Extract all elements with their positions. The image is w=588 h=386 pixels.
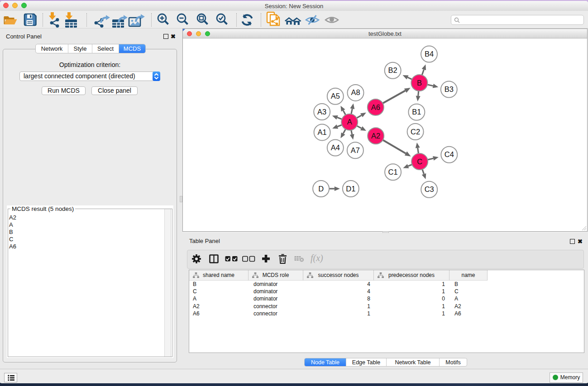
svg-text:D1: D1 (346, 185, 355, 193)
svg-text:A: A (347, 118, 352, 126)
svg-text:A8: A8 (351, 88, 360, 96)
svg-text:A7: A7 (351, 146, 360, 154)
svg-text:A1: A1 (318, 128, 327, 136)
svg-text:B2: B2 (388, 66, 397, 74)
svg-text:B: B (417, 79, 422, 87)
svg-text:C3: C3 (425, 185, 434, 193)
svg-text:C2: C2 (411, 128, 420, 136)
svg-text:A2: A2 (371, 132, 380, 140)
svg-text:B4: B4 (425, 50, 434, 58)
svg-text:A4: A4 (331, 143, 340, 152)
svg-text:A6: A6 (371, 103, 380, 111)
svg-text:A3: A3 (317, 108, 326, 116)
svg-text:C4: C4 (445, 150, 454, 158)
svg-text:C1: C1 (388, 168, 398, 176)
svg-text:B3: B3 (445, 85, 454, 93)
svg-text:D: D (318, 185, 324, 193)
svg-text:A5: A5 (331, 92, 340, 100)
svg-text:B1: B1 (412, 108, 421, 116)
svg-text:C: C (417, 157, 422, 166)
